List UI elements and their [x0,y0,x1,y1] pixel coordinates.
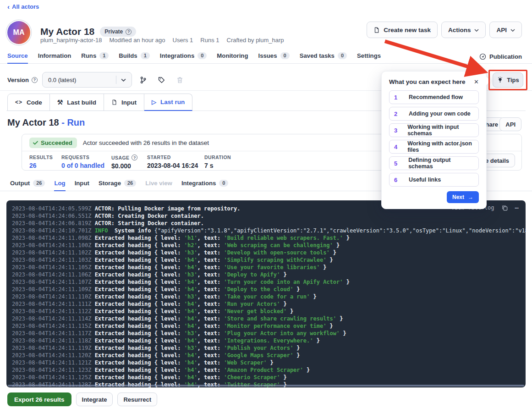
page-title: My Actor 18 [40,26,94,37]
next-button[interactable]: Next → [447,191,479,203]
log-segment [91,279,94,285]
log-segment: Extracted heading { level: [95,315,184,322]
export-results-button[interactable]: Export 26 results [7,392,71,406]
tab-information[interactable]: Information [38,53,71,63]
copy-icon[interactable] [501,204,508,211]
arrow-right-icon: → [468,194,473,200]
actions-button[interactable]: Actions [441,22,486,38]
log-segment: 'Google Maps Scraper' [224,352,293,359]
log-timestamp: 2023-08-04T14:24:11.121Z [12,359,91,366]
log-segment: ACTOR: Pulling Docker image from reposit… [95,205,241,212]
log-segment: 'h3' [184,330,197,337]
git-branch-icon[interactable] [137,73,150,87]
more-options-icon[interactable]: ⋯ [515,204,519,211]
log-segment: } [293,286,300,293]
api-label: API [496,27,507,33]
log-segment: Extracted heading { level: [95,323,184,329]
resurrect-button[interactable]: Resurrect [117,392,157,406]
log-segment [91,249,94,256]
log-segment: 'h4' [184,279,197,285]
api-button[interactable]: API [489,22,522,38]
run-tab-output[interactable]: Output26 [10,180,45,191]
log-timestamp: 2023-08-04T14:24:10.701Z [12,227,91,234]
visibility-badge-label: Private [104,28,123,35]
log-segment: 'Store and share crawling results' [224,315,336,322]
tab-integrations[interactable]: Integrations0 [160,53,207,63]
log-timestamp: 2023-08-04T14:24:11.114Z [12,315,91,322]
log-segment: Extracted heading { level: [95,257,184,263]
subtab-code[interactable]: <>Code [7,94,50,111]
tab-count-badge: 0 [219,180,228,187]
log-line: 2023-08-04T14:24:11.121Z Extracted headi… [12,359,526,366]
help-icon[interactable]: ? [132,155,137,160]
help-icon[interactable]: ? [32,77,38,83]
log-segment: 'h4' [184,286,197,293]
stat-label-text: RESULTS [29,155,53,160]
log-segment: 'h4' [184,315,197,322]
log-segment: 'Monitor performance over time' [224,323,326,329]
breadcrumb[interactable]: ‹ All actors [7,3,39,10]
tag-icon[interactable] [155,73,169,87]
log-segment [91,242,94,249]
stat-label: STARTED [147,155,197,160]
tips-button[interactable]: Tips [493,72,523,88]
subtab-input[interactable]: Input [104,94,144,111]
run-tab-storage[interactable]: Storage26 [99,180,136,191]
log-segment: 'Build reliable web scrapers. Fast.' [224,235,343,241]
actions-label: Actions [448,27,471,33]
run-tab-input[interactable]: Input [75,180,89,191]
publication-link[interactable]: Publication [479,53,522,60]
tip-item-2[interactable]: 2Adding your own code [389,107,479,121]
tab-saved-tasks[interactable]: Saved tasks0 [300,53,347,63]
help-icon[interactable]: ? [126,29,132,35]
log-segment: 'h4' [184,367,197,373]
tip-item-3[interactable]: 3Working with input schemas [389,123,479,137]
stat-requests: REQUESTS0 of 0 handled [61,155,104,170]
run-tab-integrations[interactable]: Integrations0 [181,180,229,191]
log-segment [91,359,94,366]
tab-source[interactable]: Source [7,53,28,63]
version-select[interactable]: 0.0 (latest) [42,72,132,88]
log-console[interactable]: View full log ⋯ 2023-08-04T14:24:05.599Z… [6,200,526,387]
run-tab-live-view[interactable]: Live view [145,180,172,191]
log-segment: } [330,249,336,256]
log-segment: 'Run your Actors' [224,301,280,307]
tab-monitoring[interactable]: Monitoring [217,53,248,63]
stat-label: USAGE? [111,155,140,160]
log-segment: , text: [197,352,224,359]
log-segment: , text: [197,235,224,241]
close-icon[interactable]: ✕ [474,78,479,85]
log-segment: Extracted heading { level: [95,264,184,271]
subtab-last-run[interactable]: ▷Last run [144,94,192,111]
delete-icon[interactable] [173,73,187,87]
run-api-button[interactable]: API [499,117,521,131]
log-segment [91,330,94,337]
stat-label-text: DURATION [204,155,231,160]
create-new-task-button[interactable]: Create new task [367,22,438,38]
tab-issues[interactable]: Issues0 [258,53,289,63]
log-timestamp: 2023-08-04T14:24:11.112Z [12,308,91,315]
run-tab-log[interactable]: Log [54,180,65,191]
log-segment: 'h3' [184,271,197,278]
log-segment [91,337,94,344]
log-line: 2023-08-04T14:24:11.123Z Extracted headi… [12,366,526,374]
tab-settings[interactable]: Settings [357,53,381,63]
log-line: 2023-08-04T14:24:11.100Z Extracted headi… [12,242,526,249]
tip-item-6[interactable]: 6Useful links [389,173,479,187]
log-segment [91,286,94,293]
log-timestamp: 2023-08-04T14:24:11.125Z [12,374,91,381]
meta-item: Crafted by plum_harp [227,37,284,44]
log-segment: 'Cheerio Scraper' [224,374,280,381]
subtab-last-build[interactable]: ⚒Last build [50,94,104,111]
log-timestamp: 2023-08-04T14:24:11.119Z [12,345,91,351]
integrate-button[interactable]: Integrate [76,392,113,406]
log-segment: } [336,315,343,322]
tip-item-5[interactable]: 5Defining output schemas [389,156,479,170]
tab-count-badge: 26 [33,180,45,187]
tab-builds[interactable]: Builds1 [119,53,149,63]
tip-item-1[interactable]: 1Recommended flow [389,90,479,104]
tab-label: Builds [119,52,137,59]
log-horizontal-scrollbar[interactable] [8,385,524,387]
tab-runs[interactable]: Runs1 [81,53,109,63]
tip-item-4[interactable]: 4Working with actor.json files [389,140,479,154]
